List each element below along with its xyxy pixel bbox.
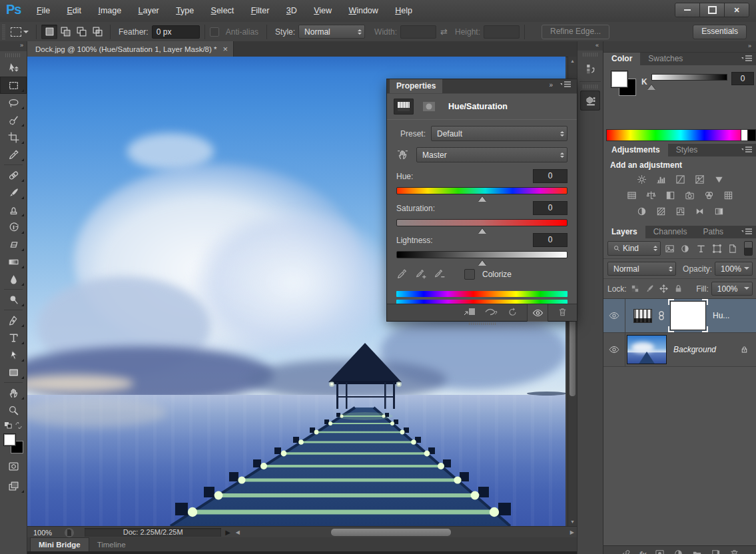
- dock-grip[interactable]: [583, 85, 597, 89]
- layer-visibility-toggle[interactable]: [603, 333, 625, 366]
- vibrance-icon[interactable]: [712, 173, 725, 185]
- tool-path-selection[interactable]: [0, 346, 27, 364]
- posterize-icon[interactable]: [654, 205, 667, 217]
- gradient-map-icon[interactable]: [693, 205, 706, 217]
- lock-all-button[interactable]: [673, 283, 685, 295]
- photo-filter-icon[interactable]: [683, 189, 697, 201]
- panel-dock-collapse[interactable]: »: [603, 41, 756, 53]
- color-balance-icon[interactable]: [645, 189, 658, 201]
- lightness-value-input[interactable]: 0: [533, 233, 567, 247]
- tool-zoom[interactable]: [0, 402, 27, 419]
- tool-pen[interactable]: [0, 312, 27, 329]
- options-grip[interactable]: [2, 25, 5, 39]
- tab-layers[interactable]: Layers: [603, 226, 645, 238]
- lock-pixels-button[interactable]: [643, 283, 655, 295]
- view-previous-state-button[interactable]: [485, 308, 498, 318]
- toolbar-collapse[interactable]: »: [0, 41, 27, 51]
- k-slider-thumb[interactable]: [647, 81, 655, 90]
- layer-style-button[interactable]: fx: [639, 550, 647, 554]
- layer-name[interactable]: Hu...: [713, 311, 729, 320]
- tab-styles[interactable]: Styles: [668, 144, 706, 156]
- tool-dodge[interactable]: [0, 291, 27, 308]
- adjustment-settings-button[interactable]: [394, 99, 414, 115]
- minimize-button[interactable]: [675, 3, 700, 17]
- filter-shape-layers-button[interactable]: [710, 242, 723, 255]
- tool-rectangular-marquee[interactable]: [0, 77, 27, 94]
- horizontal-scrollbar[interactable]: ◀ ▶: [234, 527, 575, 537]
- channel-select[interactable]: Master: [416, 147, 567, 162]
- targeted-adjustment-button[interactable]: [394, 148, 411, 162]
- add-layer-mask-button[interactable]: [655, 549, 665, 554]
- status-page-icon[interactable]: [65, 528, 74, 537]
- layer-visibility-toggle[interactable]: [603, 299, 625, 332]
- panel-menu-icon[interactable]: [560, 81, 571, 89]
- foreground-color-swatch[interactable]: [3, 433, 16, 446]
- filter-smart-object-button[interactable]: [726, 242, 739, 255]
- refine-edge-button[interactable]: Refine Edge...: [542, 25, 609, 39]
- delete-adjustment-button[interactable]: [558, 307, 567, 319]
- preset-select[interactable]: Default: [431, 126, 567, 141]
- panel-collapse-icon[interactable]: »: [549, 81, 553, 89]
- height-input[interactable]: [484, 25, 520, 39]
- hue-slider-thumb[interactable]: [478, 192, 486, 202]
- menu-file[interactable]: File: [29, 0, 57, 22]
- tool-gradient[interactable]: [0, 253, 27, 270]
- filter-image-layers-button[interactable]: [663, 242, 677, 255]
- threshold-icon[interactable]: [673, 205, 687, 217]
- brightness-contrast-icon[interactable]: [635, 173, 648, 185]
- selection-mode-new[interactable]: [41, 25, 57, 39]
- width-input[interactable]: [400, 25, 436, 39]
- anti-alias-checkbox[interactable]: [210, 27, 219, 37]
- panel-menu-icon[interactable]: [741, 146, 753, 154]
- reset-adjustment-button[interactable]: [508, 307, 518, 318]
- selective-color-icon[interactable]: [712, 205, 725, 217]
- scroll-right-icon[interactable]: ▶: [570, 529, 574, 535]
- tool-lasso[interactable]: [0, 94, 27, 111]
- tool-rectangle-shape[interactable]: [0, 364, 27, 381]
- color-lookup-icon[interactable]: [722, 189, 735, 201]
- menu-select[interactable]: Select: [204, 0, 242, 22]
- tool-blur[interactable]: [0, 270, 27, 288]
- k-slider-track[interactable]: [651, 74, 727, 81]
- color-ramp[interactable]: [606, 129, 755, 141]
- exposure-icon[interactable]: [693, 173, 706, 185]
- ramp-black-swatch[interactable]: [747, 129, 756, 141]
- menu-layer[interactable]: Layer: [131, 0, 167, 22]
- new-group-button[interactable]: [692, 549, 702, 554]
- panel-menu-icon[interactable]: [741, 55, 753, 63]
- tool-spot-healing[interactable]: [0, 166, 27, 184]
- menu-window[interactable]: Window: [341, 0, 385, 22]
- tool-preset-picker[interactable]: [8, 26, 31, 38]
- layer-row-background[interactable]: Background: [603, 333, 756, 367]
- tab-color[interactable]: Color: [603, 53, 640, 65]
- menu-filter[interactable]: Filter: [244, 0, 277, 22]
- properties-panel-button[interactable]: [580, 91, 600, 111]
- selection-mode-intersect[interactable]: [89, 25, 105, 39]
- tool-brush[interactable]: [0, 184, 27, 201]
- lock-transparency-button[interactable]: [629, 283, 641, 295]
- filter-adjustment-layers-button[interactable]: [679, 242, 692, 255]
- colorize-checkbox[interactable]: [464, 269, 475, 280]
- link-layers-button[interactable]: [621, 549, 631, 554]
- delete-layer-button[interactable]: [729, 549, 739, 554]
- lightness-slider[interactable]: [396, 251, 567, 258]
- layer-thumbnail[interactable]: [627, 335, 667, 364]
- black-white-icon[interactable]: [664, 189, 677, 201]
- tool-hand[interactable]: [0, 384, 27, 402]
- tab-channels[interactable]: Channels: [645, 226, 695, 238]
- quick-mask-button[interactable]: [0, 457, 27, 475]
- properties-tab[interactable]: Properties: [390, 79, 442, 93]
- menu-type[interactable]: Type: [169, 0, 201, 22]
- dock-grip[interactable]: [583, 53, 597, 57]
- tool-clone-stamp[interactable]: [0, 201, 27, 218]
- scroll-up-icon[interactable]: ▲: [568, 57, 577, 65]
- menu-image[interactable]: Image: [91, 0, 129, 22]
- menu-3d[interactable]: 3D: [279, 0, 304, 22]
- invert-icon[interactable]: [635, 205, 648, 217]
- eyedropper-add-icon[interactable]: [415, 268, 426, 280]
- saturation-slider-thumb[interactable]: [478, 224, 486, 234]
- selection-mode-subtract[interactable]: [73, 25, 89, 39]
- feather-input[interactable]: 0 px: [152, 25, 200, 39]
- menu-edit[interactable]: Edit: [60, 0, 89, 22]
- tool-eyedropper[interactable]: [0, 146, 27, 163]
